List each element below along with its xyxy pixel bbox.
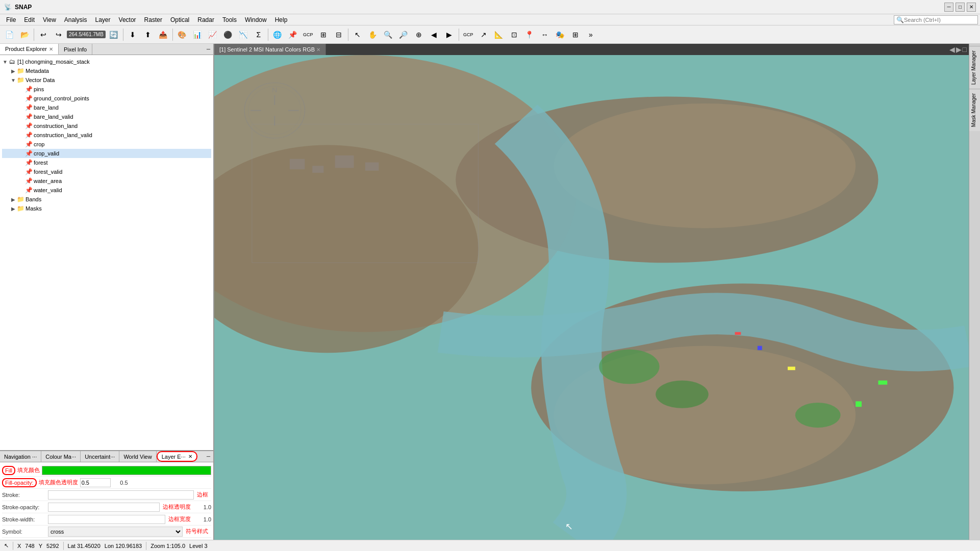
vectordata-toggle[interactable]: ▼ (10, 77, 16, 83)
tree-water-area[interactable]: 📌 water_area (2, 176, 211, 186)
tab-uncertainty[interactable]: Uncertaint··· (81, 451, 119, 462)
world-btn[interactable]: 🌐 (270, 28, 285, 42)
tree-pins[interactable]: 📌 pins (2, 85, 211, 94)
export2-btn[interactable]: 📤 (156, 28, 170, 42)
map-tab-close[interactable]: ✕ (316, 47, 320, 53)
tab-layer-editor-close[interactable]: ✕ (188, 454, 192, 459)
tree-crop[interactable]: 📌 crop (2, 140, 211, 149)
scatter-btn[interactable]: ⚫ (221, 28, 235, 42)
menu-edit[interactable]: Edit (20, 15, 39, 24)
color-btn[interactable]: 🎨 (175, 28, 189, 42)
zoomout-btn[interactable]: 🔎 (396, 28, 411, 42)
range-btn[interactable]: ⊡ (507, 28, 521, 42)
side-tab-layer-manager[interactable]: Layer Manager (969, 46, 980, 89)
profile-btn[interactable]: ↗ (476, 28, 491, 42)
tab-layer-editor[interactable]: Layer E··· ✕ (157, 451, 197, 462)
menu-window[interactable]: Window (241, 15, 271, 24)
grid-btn[interactable]: ⊞ (316, 28, 331, 42)
gcp-btn[interactable]: GCP (301, 28, 315, 42)
tree-bare-land[interactable]: 📌 bare_land (2, 103, 211, 112)
import-btn[interactable]: ⬇ (125, 28, 140, 42)
tree-crop-valid[interactable]: 📌 crop_valid (2, 149, 211, 158)
select-btn[interactable]: ↖ (350, 28, 365, 42)
more-btn[interactable]: » (584, 28, 598, 42)
map-tab-sentinel[interactable]: [1] Sentinel 2 MSI Natural Colors RGB ✕ (214, 44, 326, 55)
metadata-toggle[interactable]: ▶ (10, 68, 16, 74)
fill-color-bar[interactable] (42, 466, 211, 475)
grid2-btn[interactable]: ⊟ (332, 28, 346, 42)
tab-navigation[interactable]: Navigation ··· (0, 451, 41, 462)
search-input[interactable] (904, 17, 975, 23)
tree-masks[interactable]: ▶ 📁 Masks (2, 204, 211, 213)
menu-layer[interactable]: Layer (91, 15, 115, 24)
tree-forest[interactable]: 📌 forest (2, 158, 211, 167)
side-tab-mask-manager[interactable]: Mask Manager (969, 89, 980, 131)
masks-toggle[interactable]: ▶ (10, 205, 16, 212)
nav-left[interactable]: ◀ (427, 28, 441, 42)
tree-construction-land[interactable]: 📌 construction_land (2, 121, 211, 130)
pin-btn[interactable]: 📌 (286, 28, 300, 42)
pan-btn[interactable]: ✋ (366, 28, 380, 42)
measure-btn[interactable]: 📐 (492, 28, 506, 42)
search-box[interactable]: 🔍 (894, 15, 978, 24)
zoomfit-btn[interactable]: ⊕ (412, 28, 426, 42)
zoomin-btn[interactable]: 🔍 (381, 28, 395, 42)
menu-radar[interactable]: Radar (193, 15, 218, 24)
symbol-select[interactable]: cross circle square (48, 527, 183, 537)
fill-opacity-input[interactable] (80, 478, 111, 487)
pin2-btn[interactable]: 📍 (522, 28, 537, 42)
tab-colour[interactable]: Colour Ma··· (41, 451, 81, 462)
tree-water-valid[interactable]: 📌 water_valid (2, 186, 211, 195)
tree-bare-land-valid[interactable]: 📌 bare_land_valid (2, 112, 211, 121)
menu-tools[interactable]: Tools (218, 15, 241, 24)
tab-pixel-info[interactable]: Pixel Info (59, 44, 92, 55)
menu-raster[interactable]: Raster (140, 15, 166, 24)
menu-file[interactable]: File (2, 15, 20, 24)
map-nav-prev[interactable]: ◀ (949, 45, 955, 54)
menu-help[interactable]: Help (271, 15, 292, 24)
stats-btn[interactable]: Σ (252, 28, 266, 42)
bands-btn[interactable]: ⊞ (568, 28, 583, 42)
map-image[interactable]: N ↖ (214, 55, 969, 540)
menu-view[interactable]: View (39, 15, 60, 24)
tree-bands[interactable]: ▶ 📁 Bands (2, 195, 211, 204)
layer-btn[interactable]: 📊 (190, 28, 205, 42)
stroke-opacity-input[interactable] (48, 503, 160, 512)
root-toggle[interactable]: ▼ (2, 59, 8, 65)
colortable-btn[interactable]: 🎭 (553, 28, 567, 42)
title-bar-controls[interactable]: ─ □ ✕ (944, 3, 976, 12)
tree-gcp[interactable]: 📌 ground_control_points (2, 94, 211, 103)
panel-minimize-btn[interactable]: ─ (204, 45, 213, 53)
stroke-input[interactable] (48, 490, 194, 500)
export-btn[interactable]: ⬆ (141, 28, 155, 42)
tree-construction-land-valid[interactable]: 📌 construction_land_valid (2, 130, 211, 140)
zoom-level[interactable]: GCP (461, 28, 475, 42)
map-maximize[interactable]: □ (963, 45, 967, 54)
undo-btn[interactable]: ↩ (36, 28, 51, 42)
tree-root[interactable]: ▼ 🗂 [1] chongming_mosaic_stack (2, 57, 211, 66)
bands-toggle[interactable]: ▶ (10, 196, 16, 202)
minimize-btn[interactable]: ─ (944, 3, 953, 12)
map-nav-next[interactable]: ▶ (956, 45, 962, 54)
refresh-btn[interactable]: 🔄 (107, 28, 121, 42)
tree-forest-valid[interactable]: 📌 forest_valid (2, 167, 211, 176)
menu-vector[interactable]: Vector (115, 15, 140, 24)
bottom-minimize-btn[interactable]: ─ (204, 453, 213, 460)
sync-btn[interactable]: ↔ (538, 28, 552, 42)
new-btn[interactable]: 📄 (2, 28, 16, 42)
tab-product-explorer[interactable]: Product Explorer ✕ (0, 44, 59, 55)
open-btn[interactable]: 📂 (17, 28, 32, 42)
tab-product-explorer-close[interactable]: ✕ (49, 46, 53, 52)
graph-btn[interactable]: 📈 (206, 28, 220, 42)
tab-worldview[interactable]: World View (119, 451, 156, 462)
stroke-width-input[interactable] (48, 515, 165, 524)
nav-right[interactable]: ▶ (442, 28, 457, 42)
redo-btn[interactable]: ↪ (52, 28, 66, 42)
chart-btn[interactable]: 📉 (236, 28, 250, 42)
menu-optical[interactable]: Optical (166, 15, 193, 24)
close-btn[interactable]: ✕ (967, 3, 976, 12)
tree-metadata[interactable]: ▶ 📁 Metadata (2, 66, 211, 75)
tree-vectordata[interactable]: ▼ 📁 Vector Data (2, 75, 211, 85)
maximize-btn[interactable]: □ (956, 3, 965, 12)
menu-analysis[interactable]: Analysis (60, 15, 91, 24)
